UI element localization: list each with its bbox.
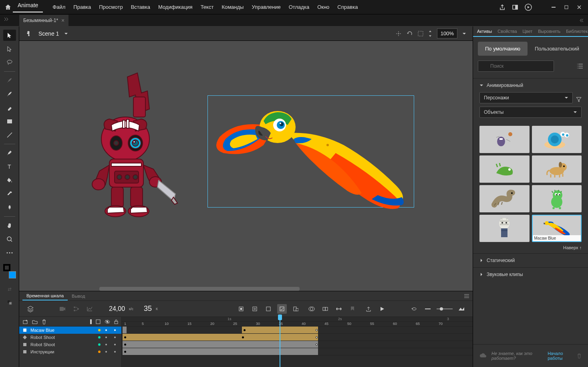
auto-keyframe-icon[interactable] [277,304,287,314]
dropdown-objects[interactable]: Объекты [479,107,582,118]
layer-visibility-dot[interactable] [105,337,107,338]
filter-icon[interactable] [576,97,582,102]
swap-colors-icon[interactable] [3,283,16,294]
delete-icon[interactable] [577,353,582,359]
tab-timeline[interactable]: Временная шкала [22,292,68,300]
layer-visibility-dot[interactable] [105,344,107,345]
window-maximize[interactable] [561,3,572,11]
menu-file[interactable]: Файл [49,2,68,12]
onion-skin-icon[interactable] [307,304,316,314]
expand-panel-left-icon[interactable] [3,17,10,23]
track-robot1[interactable] [122,334,473,341]
color-swatches[interactable] [3,264,16,278]
layer-row-robot2[interactable]: Robot Shoot [19,341,121,348]
subselection-tool[interactable] [3,43,16,54]
asset-thumb-dino-cute[interactable] [532,185,582,212]
eraser-tool[interactable] [3,102,16,113]
track-instructions[interactable] [122,348,473,355]
tab-color[interactable]: Цвет [520,27,535,35]
layer-lock-dot[interactable] [114,344,116,345]
export-icon[interactable] [364,304,373,314]
close-icon[interactable]: × [61,17,64,24]
rectangle-tool[interactable] [3,116,16,127]
track-robot2[interactable] [122,341,473,348]
tab-assets[interactable]: Активы [475,27,494,35]
menu-edit[interactable]: Правка [70,2,94,12]
scene-icon[interactable] [26,30,32,37]
eyedropper-tool[interactable] [3,188,16,200]
menu-help[interactable]: Справка [334,2,361,12]
asset-thumb-macaw[interactable]: Macaw Blue [532,215,582,242]
asset-thumb-mummy[interactable] [479,215,530,242]
remove-frame-icon[interactable] [291,304,300,314]
play-icon[interactable] [525,4,532,11]
footer-link[interactable]: Начало работы [548,351,572,361]
more-tools[interactable] [3,247,16,258]
chevron-down-icon[interactable] [64,31,68,36]
macaw-character[interactable] [199,93,424,217]
layer-parenting-icon[interactable] [71,304,81,314]
camera-icon[interactable] [58,304,67,314]
menu-modification[interactable]: Модификация [155,2,196,12]
layer-visibility-dot[interactable] [105,351,107,353]
panel-menu-icon[interactable] [464,294,469,298]
visibility-icon[interactable] [105,320,110,324]
layer-row-instructions[interactable]: Инструкции [19,348,121,355]
timeline-frames[interactable]: 1s 2s 3 1 5 10 15 20 25 30 35 40 4 [122,317,473,367]
search-input[interactable] [478,60,554,72]
menu-insert[interactable]: Вставка [128,2,153,12]
marker-icon[interactable] [348,304,357,314]
stroke-color-swatch[interactable] [3,264,10,271]
layer-row-macaw[interactable]: Macaw Blue [19,327,121,334]
share-icon[interactable] [499,4,505,10]
clip-content-icon[interactable] [418,31,423,36]
timeline-view-icon[interactable] [457,304,466,314]
create-tween-icon[interactable] [334,304,344,314]
pin-tool[interactable] [3,202,16,213]
paint-bucket-tool[interactable] [3,175,16,186]
fill-color-swatch[interactable] [9,271,16,278]
timeline-ruler-frames[interactable]: 1 5 10 15 20 25 30 35 40 45 50 55 60 65 [122,322,473,327]
pen-tool[interactable] [3,147,16,159]
dropdown-characters[interactable]: Персонажи [479,92,573,103]
menu-view[interactable]: Просмотр [96,2,126,12]
layer-lock-dot[interactable] [114,329,116,331]
hand-tool[interactable] [3,220,16,231]
zoom-stepper-icon[interactable] [428,30,432,37]
document-tab[interactable]: Безымянный-1* × [19,15,68,26]
line-tool[interactable] [3,129,16,141]
asset-thumb-dino-green[interactable] [479,155,530,183]
highlight-layer-icon[interactable] [90,319,92,324]
zoom-tool[interactable] [3,234,16,245]
robot-character[interactable] [71,69,187,229]
section-sound-header[interactable]: Звуковые клипы [473,268,588,281]
tab-output[interactable]: Вывод [68,292,89,300]
fluid-brush-tool[interactable] [3,75,16,86]
layer-lock-dot[interactable] [114,351,116,353]
window-close[interactable] [574,3,585,11]
insert-frame-icon[interactable] [264,304,273,314]
workspace-icon[interactable] [512,4,518,10]
lock-icon[interactable] [114,319,118,324]
window-minimize[interactable] [548,3,559,11]
brush-tool[interactable] [3,89,16,100]
asset-thumb-snail[interactable] [532,126,582,153]
graph-icon[interactable] [85,304,95,314]
home-icon[interactable] [3,2,13,12]
layer-row-robot1[interactable]: Robot Shoot [19,334,121,341]
timeline-zoom-out[interactable] [423,304,433,314]
asset-thumb-ninja[interactable] [479,126,530,153]
section-animated-header[interactable]: Анимированный [473,79,588,92]
menu-commands[interactable]: Команды [218,2,247,12]
menu-control[interactable]: Управление [248,2,284,12]
current-frame[interactable]: 35 [144,304,152,313]
track-macaw[interactable] [122,327,473,334]
new-folder-icon[interactable] [32,319,38,324]
default-colors-icon[interactable] [3,297,16,308]
zoom-dropdown-icon[interactable] [462,32,466,36]
lasso-tool[interactable] [3,57,16,68]
delete-layer-icon[interactable] [42,319,46,325]
selection-tool[interactable] [3,30,16,41]
fps-value[interactable]: 24,00 [109,305,125,313]
tab-library[interactable]: Библиотека [564,27,588,35]
